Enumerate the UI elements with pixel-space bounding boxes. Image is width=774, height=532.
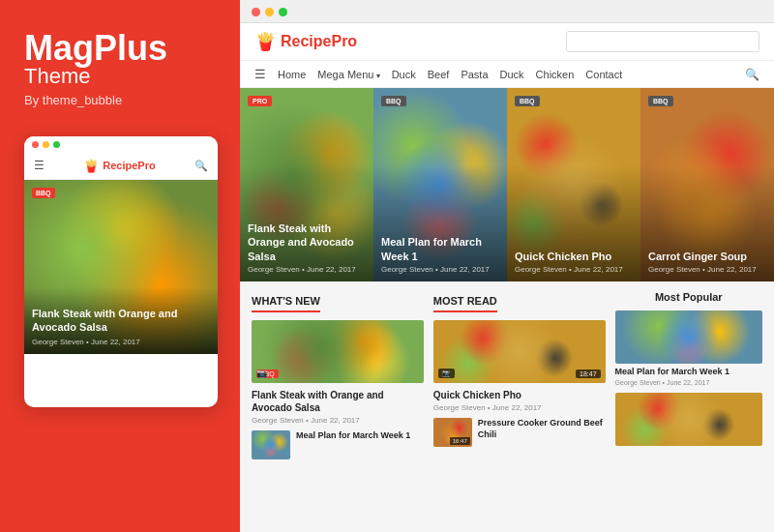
left-panel: MagPlus Theme By theme_bubble ☰ 🍟 Recipe… xyxy=(0,0,240,532)
most-popular-section: Most Popular Meal Plan for March Week 1 … xyxy=(615,291,762,522)
hero-title-2: Meal Plan for March Week 1 xyxy=(381,235,499,263)
most-read-section: Most Read 📷 18:47 Quick Chicken Pho Geor… xyxy=(433,291,615,522)
most-popular-title: Most Popular xyxy=(615,291,762,303)
browser-chrome xyxy=(240,0,774,23)
news-list-thumb-1 xyxy=(252,430,290,459)
hamburger-icon: ☰ xyxy=(34,159,45,172)
hero-item-1[interactable]: PRO Flank Steak with Orange and Avocado … xyxy=(240,88,373,281)
site-nav: ☰ Home Mega Menu Duck Beef Pasta Duck Ch… xyxy=(240,61,774,88)
most-read-main-title: Quick Chicken Pho xyxy=(433,389,606,401)
nav-search-icon[interactable]: 🔍 xyxy=(745,68,759,81)
whats-new-list: Meal Plan for March Week 1 xyxy=(252,430,424,459)
most-read-list-title-1: Pressure Cooker Ground Beef Chili xyxy=(478,418,606,440)
popular-img-1 xyxy=(615,310,762,364)
nav-item-duck[interactable]: Duck xyxy=(392,69,416,80)
hero-caption-4: Carrot Ginger Soup George Steven • June … xyxy=(640,242,774,281)
hero-badge-1: PRO xyxy=(248,96,272,106)
site-logo-text: RecipePro xyxy=(281,33,357,50)
nav-item-chicken[interactable]: Chicken xyxy=(536,69,575,80)
whats-new-main-author: George Steven • June 22, 2017 xyxy=(252,416,424,425)
hero-author-1: George Steven • June 22, 2017 xyxy=(248,265,366,274)
popular-author-1: George Steven • June 22, 2017 xyxy=(615,379,762,386)
news-list-text-1: Meal Plan for March Week 1 xyxy=(296,430,424,442)
popular-item-1[interactable]: Meal Plan for March Week 1 George Steven… xyxy=(615,310,762,386)
hero-title-3: Quick Chicken Pho xyxy=(515,250,633,263)
right-panel: 🍟 RecipePro ☰ Home Mega Menu Duck Beef P… xyxy=(240,0,774,532)
hero-author-3: George Steven • June 22, 2017 xyxy=(515,265,633,274)
hero-caption-1: Flank Steak with Orange and Avocado Sals… xyxy=(240,214,373,281)
hero-caption-3: Quick Chicken Pho George Steven • June 2… xyxy=(507,242,640,281)
video-icon: 📷 xyxy=(438,369,455,378)
hero-author-2: George Steven • June 22, 2017 xyxy=(381,265,499,274)
most-read-list-thumb-1: 16:47 xyxy=(433,418,472,447)
nav-item-mega[interactable]: Mega Menu xyxy=(317,69,379,80)
news-list-title-1: Meal Plan for March Week 1 xyxy=(296,430,424,442)
most-read-main-author: George Steven • June 22, 2017 xyxy=(433,403,606,412)
whats-new-title: What's New xyxy=(252,295,320,312)
browser-dot-green xyxy=(279,8,287,16)
dot-yellow xyxy=(43,141,49,148)
dot-red xyxy=(32,141,39,148)
mobile-preview: ☰ 🍟 RecipePro 🔍 BBQ Flank Steak with Ora… xyxy=(24,136,218,407)
nav-item-beef[interactable]: Beef xyxy=(428,69,450,80)
mobile-logo: 🍟 RecipePro xyxy=(83,159,155,173)
most-read-list-item-1[interactable]: 16:47 Pressure Cooker Ground Beef Chili xyxy=(433,418,606,453)
site-header: 🍟 RecipePro xyxy=(240,23,774,61)
nav-item-pasta[interactable]: Pasta xyxy=(461,69,488,80)
most-read-list: 16:47 Pressure Cooker Ground Beef Chili xyxy=(433,418,606,453)
hero-badge-3: BBQ xyxy=(515,96,540,106)
brand-title: MagPlus xyxy=(24,29,216,68)
news-list-item-1[interactable]: Meal Plan for March Week 1 xyxy=(252,430,424,459)
hero-title-1: Flank Steak with Orange and Avocado Sals… xyxy=(248,222,366,263)
hero-badge-4: BBQ xyxy=(648,96,673,106)
popular-img-2 xyxy=(615,393,762,446)
hero-item-2[interactable]: BBQ Meal Plan for March Week 1 George St… xyxy=(373,88,507,281)
whats-new-section: What's New BBQ 📷 Flank Steak with Orange… xyxy=(252,291,433,522)
browser-dot-red xyxy=(252,8,260,16)
most-read-list-text-1: Pressure Cooker Ground Beef Chili xyxy=(478,418,606,440)
video-timer: 18:47 xyxy=(576,369,601,378)
popular-title-1: Meal Plan for March Week 1 xyxy=(615,367,762,378)
site-logo: 🍟 RecipePro xyxy=(254,31,357,52)
popular-item-2[interactable] xyxy=(615,393,762,446)
dot-green xyxy=(53,141,60,148)
hero-author-4: George Steven • June 22, 2017 xyxy=(648,265,766,274)
hero-caption-2: Meal Plan for March Week 1 George Steven… xyxy=(373,227,507,281)
mobile-header: ☰ 🍟 RecipePro 🔍 xyxy=(24,153,218,180)
hero-title-4: Carrot Ginger Soup xyxy=(648,250,766,263)
mobile-logo-text: RecipePro xyxy=(103,160,155,171)
mobile-caption-author: George Steven • June 22, 2017 xyxy=(32,338,210,346)
hero-badge-2: BBQ xyxy=(381,96,406,106)
bottom-section: What's New BBQ 📷 Flank Steak with Orange… xyxy=(240,281,774,532)
mobile-caption-title: Flank Steak with Orange and Avocado Sals… xyxy=(32,307,210,335)
whats-new-main-image[interactable]: BBQ 📷 xyxy=(252,320,424,383)
mobile-caption: Flank Steak with Orange and Avocado Sals… xyxy=(24,287,218,354)
hero-item-4[interactable]: BBQ Carrot Ginger Soup George Steven • J… xyxy=(640,88,774,281)
brand-by: By theme_bubble xyxy=(24,93,216,107)
most-read-main-image[interactable]: 📷 18:47 xyxy=(433,320,606,383)
nav-item-duck2[interactable]: Duck xyxy=(500,69,524,80)
whats-new-main-title: Flank Steak with Orange and Avocado Sals… xyxy=(252,389,424,414)
most-read-title: Most Read xyxy=(433,295,497,312)
hero-item-3[interactable]: BBQ Quick Chicken Pho George Steven • Ju… xyxy=(507,88,640,281)
nav-item-home[interactable]: Home xyxy=(278,69,306,80)
search-bar[interactable] xyxy=(566,31,759,52)
hero-grid: PRO Flank Steak with Orange and Avocado … xyxy=(240,88,774,281)
mobile-search-icon: 🔍 xyxy=(194,160,208,172)
browser-dot-yellow xyxy=(265,8,274,16)
mobile-badge: BBQ xyxy=(32,188,55,198)
nav-item-contact[interactable]: Contact xyxy=(585,69,622,80)
nav-hamburger[interactable]: ☰ xyxy=(254,67,266,81)
mobile-food-image: BBQ Flank Steak with Orange and Avocado … xyxy=(24,180,218,354)
